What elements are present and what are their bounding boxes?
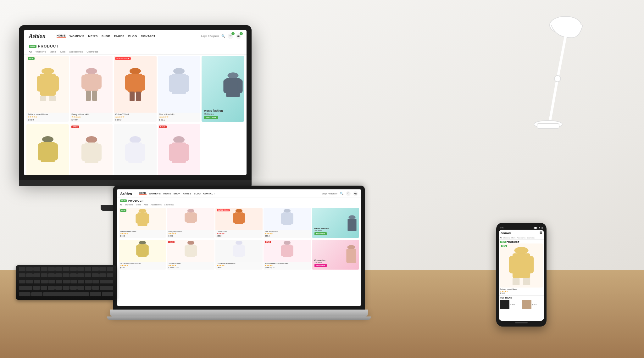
key[interactable] [77,286,84,290]
nav-shop-desktop[interactable]: SHOP [102,35,110,38]
product-card-7[interactable]: Contrasting a singlework ★★★★★ $ 59.0 [114,124,156,175]
key[interactable] [70,267,77,271]
nav-home-laptop[interactable]: HOME [139,192,147,195]
nav-blog-laptop[interactable]: BLOG [194,193,201,195]
ctrl-key[interactable] [19,292,31,296]
filter-accessories-laptop[interactable]: Accessories [151,204,162,206]
key[interactable] [63,280,69,283]
mobile-menu-icon[interactable]: ☰ [540,231,542,234]
key[interactable] [55,273,62,277]
key[interactable] [92,280,99,283]
laptop-promo-mens-btn[interactable]: SHOP NOW [314,232,327,235]
login-link-desktop[interactable]: Login / Register [201,35,219,37]
product-card-2[interactable]: Flowy striped skirt ★★★★★ $ 49.0 [70,56,113,122]
key[interactable] [33,267,40,271]
key[interactable] [48,286,55,290]
mobile-trend-item-2[interactable]: $ 59.0 [522,300,543,309]
key[interactable] [26,280,33,283]
login-link-laptop[interactable]: Login / Register [322,193,337,195]
laptop-product-3[interactable]: OUT OF STOCK Cotton T-Shirt ★★★★★ $ 59.0 [215,208,263,238]
nav-contact-laptop[interactable]: CONTACT [203,193,215,195]
search-icon-laptop[interactable]: 🔍 [340,192,343,195]
laptop-product-6[interactable]: SALE Tropical kimono ★★★★★ $ 480.0 $ 964 [167,240,214,270]
key[interactable] [77,267,84,271]
laptop-product-2[interactable]: Flowy striped skirt ★★★★★ $ 49.0 [167,208,214,238]
wishlist-btn-laptop[interactable]: ♡ [346,191,351,196]
promo-mens-btn[interactable]: SHOP NOW [204,116,218,119]
nav-pages-laptop[interactable]: PAGES [183,193,192,195]
nav-contact-desktop[interactable]: CONTACT [141,35,156,38]
cart-btn-laptop[interactable]: 🛍 [353,191,358,196]
key[interactable] [41,280,47,283]
laptop-product-7[interactable]: Contrasting a singlework ★★★★★ $ 59.0 [215,240,263,270]
key[interactable] [63,273,69,277]
filter-mens-laptop[interactable]: Men's [136,204,141,206]
mobile-filter-all[interactable]: All [500,237,502,239]
product-card-5[interactable]: LA Havana corduroy jacket ★★★★★ $ 59.0 [26,124,69,175]
key[interactable] [55,286,62,290]
nav-womens-laptop[interactable]: WOMEN'S [149,193,161,195]
laptop-product-4[interactable]: Slim striped shirt ★★★★★ $ 59.0 [264,208,311,238]
filter-kids-desktop[interactable]: Kid's [60,50,65,53]
key[interactable] [77,273,84,277]
key[interactable] [70,280,77,283]
key[interactable] [41,267,47,271]
mobile-filter-womens[interactable]: Women's [503,237,510,239]
filter-accessories-desktop[interactable]: Accessories [69,50,83,53]
key[interactable] [99,267,106,271]
key[interactable] [99,273,106,277]
key[interactable] [33,273,40,277]
filter-womens-laptop[interactable]: Women's [125,204,133,206]
key[interactable] [63,267,69,271]
filter-kids-laptop[interactable]: Kid's [144,204,148,206]
nav-mens-desktop[interactable]: MEN'S [88,35,98,38]
key[interactable] [107,273,113,277]
key[interactable] [92,273,98,277]
space-key[interactable] [43,292,89,296]
product-card-8[interactable]: SALE Vodka weekend baseball team ★★★★★ $… [158,124,200,175]
key[interactable] [19,267,25,271]
product-card-4[interactable]: Slim striped shirt ★★★★★ $ 59.0 [158,56,200,122]
key[interactable] [48,267,55,271]
laptop-product-5[interactable]: LA Havana corduroy jacket ★★★★★ $ 59.0 [119,240,166,270]
key[interactable] [70,286,77,290]
key[interactable] [34,280,40,283]
filter-mens-desktop[interactable]: Men's [50,50,56,53]
nav-mens-laptop[interactable]: MEN'S [163,193,171,195]
ctrl-key-right[interactable] [102,292,114,296]
key[interactable] [19,273,25,277]
laptop-promo-mens[interactable]: Men's fashion 358 items SHOP NOW [312,208,359,238]
key[interactable] [41,286,47,290]
shift-key[interactable] [19,286,32,290]
key[interactable] [41,273,47,277]
key[interactable] [19,280,25,283]
mobile-filter-accessories[interactable]: Accessories [517,237,525,239]
filter-cosmetics-laptop[interactable]: Cosmetics [164,204,174,206]
key[interactable] [85,280,92,283]
nav-home-desktop[interactable]: HOME [57,34,66,38]
nav-shop-laptop[interactable]: SHOP [174,193,180,195]
enter-key[interactable] [100,280,113,283]
key[interactable] [92,267,98,271]
key[interactable] [63,286,69,290]
key[interactable] [85,286,92,290]
product-card-3[interactable]: OUT OF STOCK Cotton T-Shirt ★★★★★ $ 59.0 [114,56,156,122]
key[interactable] [48,273,55,277]
laptop-promo-cosmetics-btn[interactable]: SHOP NOW [314,264,327,267]
nav-womens-desktop[interactable]: WOMEN'S [69,35,84,38]
laptop-promo-cosmetics[interactable]: Cosmetics 128 items SHOP NOW [312,240,359,270]
key[interactable] [70,273,77,277]
key[interactable] [85,273,91,277]
key[interactable] [78,280,84,283]
mobile-trend-item-1[interactable]: $ 59.0 [500,300,521,309]
cart-btn-desktop[interactable]: 🛍2 [236,33,242,39]
nav-blog-desktop[interactable]: BLOG [128,35,137,38]
filter-cosmetics-desktop[interactable]: Cosmetics [86,50,98,53]
key[interactable] [107,267,113,271]
filter-all-desktop[interactable]: All [29,50,32,53]
promo-card-mens[interactable]: Men's fashion 358 items SHOP NOW [202,56,244,122]
filter-womens-desktop[interactable]: Women's [36,50,46,53]
alt-key[interactable] [31,292,43,296]
key[interactable] [92,286,99,290]
key[interactable] [55,267,62,271]
